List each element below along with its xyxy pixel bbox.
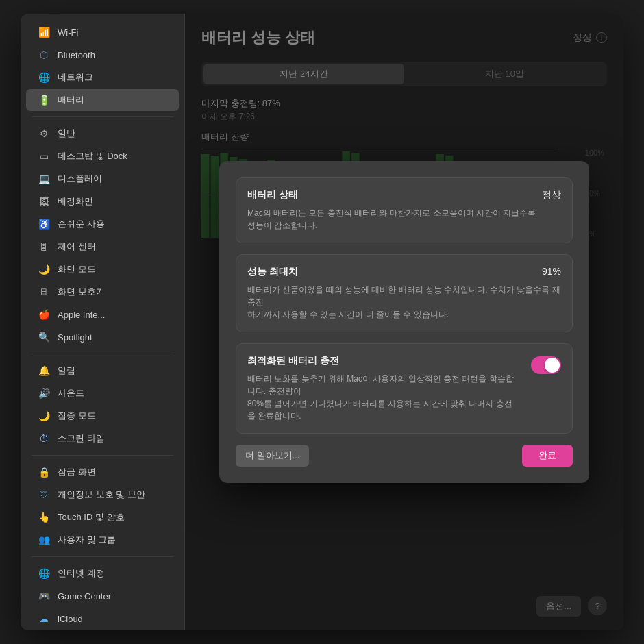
- optimized-charging-toggle[interactable]: [531, 356, 561, 374]
- sidebar-item-label-screensaver: 화면 보호기: [58, 286, 105, 298]
- sidebar-item-screentime[interactable]: ⏱ 스크린 타임: [26, 428, 179, 449]
- optimized-charging-content: 최적화된 배터리 충전 배터리 노화를 늦추기 위해 Mac이 사용자의 일상적…: [247, 355, 520, 422]
- sidebar-item-bluetooth[interactable]: ⬡ Bluetooth: [26, 44, 179, 66]
- sidebar-item-display[interactable]: 💻 디스플레이: [26, 168, 179, 190]
- internet-icon: 🌐: [37, 567, 51, 580]
- toggle-knob: [545, 358, 560, 373]
- sidebar-divider: [32, 354, 173, 354]
- sidebar-item-label-users: 사용자 및 그룹: [58, 534, 116, 546]
- screentime-icon: ⏱: [37, 432, 51, 445]
- sidebar-item-label-icloud: iCloud: [58, 614, 83, 624]
- spotlight-icon: 🔍: [37, 330, 51, 344]
- sidebar-item-touchid[interactable]: 👆 Touch ID 및 암호: [26, 506, 179, 528]
- wifi-icon: 📶: [37, 25, 51, 39]
- sidebar-item-label-display: 디스플레이: [58, 173, 102, 185]
- sidebar-item-network[interactable]: 🌐 네트워크: [26, 66, 179, 88]
- sidebar-item-spotlight[interactable]: 🔍 Spotlight: [26, 326, 179, 348]
- optimized-charging-section: 최적화된 배터리 충전 배터리 노화를 늦추기 위해 Mac이 사용자의 일상적…: [236, 343, 573, 434]
- sidebar-item-label-focus: 화면 모드: [58, 263, 96, 275]
- optimized-charging-desc: 배터리 노화를 늦추기 위해 Mac이 사용자의 일상적인 충전 패턴을 학습합…: [247, 373, 520, 422]
- sidebar-item-wallpaper[interactable]: 🖼 배경화면: [26, 190, 179, 212]
- sidebar-divider: [32, 455, 173, 456]
- peak-performance-desc: 배터리가 신품이었을 때의 성능에 대비한 배터리 성능 수치입니다. 수치가 …: [247, 284, 561, 321]
- sidebar-item-label-screentime: 스크린 타임: [58, 432, 105, 445]
- sidebar-item-wifi[interactable]: 📶 Wi-Fi: [26, 21, 179, 43]
- peak-performance-value: 91%: [542, 266, 561, 277]
- privacy-icon: 🛡: [37, 488, 51, 501]
- accessibility-icon: ♿: [37, 217, 51, 231]
- peak-performance-row: 성능 최대치 91%: [247, 266, 561, 278]
- sidebar-item-label-focusmode: 집중 모드: [58, 410, 96, 422]
- peak-performance-section: 성능 최대치 91% 배터리가 신품이었을 때의 성능에 대비한 배터리 성능 …: [236, 254, 573, 332]
- sidebar-item-icloud[interactable]: ☁ iCloud: [26, 608, 179, 630]
- camera-icon: 🔔: [37, 364, 51, 377]
- sidebar-divider: [32, 116, 173, 117]
- bluetooth-icon: ⬡: [37, 48, 51, 62]
- sidebar-item-label-bluetooth: Bluetooth: [58, 50, 95, 60]
- network-icon: 🌐: [37, 71, 51, 84]
- control-icon: 🎛: [37, 240, 51, 253]
- battery-status-value: 정상: [542, 189, 561, 201]
- lock-icon: 🔒: [37, 465, 51, 479]
- sidebar-item-users[interactable]: 👥 사용자 및 그룹: [26, 529, 179, 551]
- sidebar-item-label-sound: 사운드: [58, 387, 84, 399]
- sidebar: 📶 Wi-Fi ⬡ Bluetooth 🌐 네트워크 🔋 배터리 ⚙ 일반 ▭ …: [21, 14, 185, 630]
- modal-overlay: 배터리 상태 정상 Mac의 배터리는 모든 충전식 배터리와 마찬가지로 소모…: [185, 14, 623, 630]
- sidebar-item-accessibility[interactable]: ♿ 손쉬운 사용: [26, 213, 179, 235]
- sidebar-item-sound[interactable]: 🔊 사운드: [26, 382, 179, 404]
- icloud-icon: ☁: [37, 612, 51, 626]
- battery-modal: 배터리 상태 정상 Mac의 배터리는 모든 충전식 배터리와 마찬가지로 소모…: [219, 161, 589, 483]
- learn-more-button[interactable]: 더 알아보기...: [236, 445, 309, 467]
- sidebar-item-label-accessibility: 손쉬운 사용: [58, 218, 105, 230]
- sidebar-item-privacy[interactable]: 🛡 개인정보 보호 및 보안: [26, 484, 179, 506]
- sidebar-item-focusmode[interactable]: 🌙 집중 모드: [26, 405, 179, 427]
- sidebar-item-label-gamecenter: Game Center: [58, 591, 111, 602]
- battery-status-title: 배터리 상태: [247, 189, 298, 201]
- optimized-charging-title: 최적화된 배터리 충전: [247, 355, 520, 367]
- peak-performance-title: 성능 최대치: [247, 266, 298, 278]
- focus-icon: 🌙: [37, 262, 51, 276]
- sidebar-item-label-internet: 인터넷 계정: [58, 567, 105, 580]
- sidebar-item-control[interactable]: 🎛 제어 센터: [26, 236, 179, 258]
- sidebar-item-battery[interactable]: 🔋 배터리: [26, 89, 179, 111]
- sidebar-item-label-camera: 알림: [58, 364, 75, 377]
- users-icon: 👥: [37, 533, 51, 547]
- sidebar-item-label-appleintel: Apple Inte...: [58, 310, 105, 320]
- sidebar-item-label-lock: 잠금 화면: [58, 466, 96, 478]
- sidebar-item-screensaver[interactable]: 🖥 화면 보호기: [26, 281, 179, 303]
- sidebar-item-label-dock: 데스크탑 및 Dock: [58, 150, 127, 162]
- sidebar-item-label-battery: 배터리: [58, 94, 84, 106]
- system-preferences-window: 📶 Wi-Fi ⬡ Bluetooth 🌐 네트워크 🔋 배터리 ⚙ 일반 ▭ …: [21, 14, 623, 630]
- sidebar-item-label-privacy: 개인정보 보호 및 보안: [58, 488, 145, 501]
- sidebar-item-gamecenter[interactable]: 🎮 Game Center: [26, 585, 179, 607]
- sidebar-item-label-general: 일반: [58, 127, 75, 140]
- sidebar-item-dock[interactable]: ▭ 데스크탑 및 Dock: [26, 145, 179, 167]
- sidebar-item-lock[interactable]: 🔒 잠금 화면: [26, 461, 179, 483]
- sidebar-item-label-control: 제어 센터: [58, 240, 96, 253]
- sidebar-item-camera[interactable]: 🔔 알림: [26, 360, 179, 382]
- sidebar-item-label-network: 네트워크: [58, 71, 93, 84]
- wallpaper-icon: 🖼: [37, 195, 51, 208]
- sidebar-item-label-spotlight: Spotlight: [58, 332, 92, 343]
- modal-footer: 더 알아보기... 완료: [236, 445, 573, 467]
- battery-status-row: 배터리 상태 정상: [247, 189, 561, 201]
- sidebar-item-internet[interactable]: 🌐 인터넷 계정: [26, 562, 179, 584]
- sound-icon: 🔊: [37, 386, 51, 400]
- sidebar-item-label-wallpaper: 배경화면: [58, 195, 93, 208]
- display-icon: 💻: [37, 172, 51, 186]
- sidebar-item-label-wifi: Wi-Fi: [58, 27, 78, 38]
- battery-status-desc: Mac의 배터리는 모든 충전식 배터리와 마찬가지로 소모품이며 시간이 지날…: [247, 207, 561, 232]
- screensaver-icon: 🖥: [37, 285, 51, 299]
- appleintel-icon: 🍎: [37, 308, 51, 321]
- battery-icon: 🔋: [37, 93, 51, 107]
- sidebar-item-appleintel[interactable]: 🍎 Apple Inte...: [26, 304, 179, 325]
- sidebar-item-general[interactable]: ⚙ 일반: [26, 123, 179, 145]
- general-icon: ⚙: [37, 127, 51, 140]
- main-content: 배터리 성능 상태 정상 i 지난 24시간지난 10일 마지막 충전량: 87…: [185, 14, 623, 630]
- battery-status-section: 배터리 상태 정상 Mac의 배터리는 모든 충전식 배터리와 마찬가지로 소모…: [236, 177, 573, 243]
- done-button[interactable]: 완료: [522, 445, 573, 467]
- sidebar-item-label-touchid: Touch ID 및 암호: [58, 511, 125, 523]
- sidebar-item-focus[interactable]: 🌙 화면 모드: [26, 258, 179, 280]
- dock-icon: ▭: [37, 149, 51, 163]
- focusmode-icon: 🌙: [37, 409, 51, 423]
